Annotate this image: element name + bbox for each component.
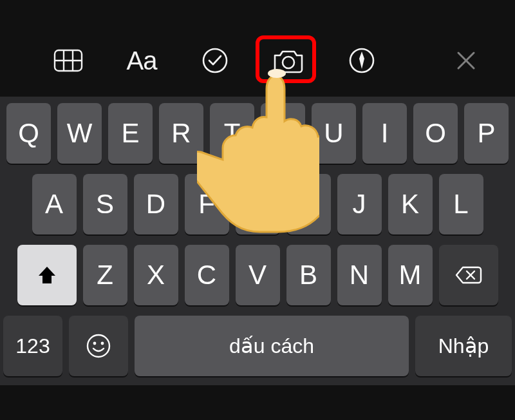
text-format-icon[interactable]: Aa <box>125 44 158 77</box>
svg-point-13 <box>101 342 104 345</box>
backspace-key[interactable] <box>439 245 498 305</box>
key-g[interactable]: G <box>236 174 280 234</box>
return-key[interactable]: Nhập <box>415 316 512 376</box>
key-o[interactable]: O <box>413 103 458 164</box>
key-f[interactable]: F <box>185 174 229 234</box>
formatting-toolbar: Aa <box>0 37 515 84</box>
key-m[interactable]: M <box>388 245 433 305</box>
key-s[interactable]: S <box>83 174 127 234</box>
svg-point-11 <box>88 335 109 357</box>
key-u[interactable]: U <box>312 103 356 164</box>
key-l[interactable]: L <box>439 174 483 234</box>
keyboard-row-1: Q W E R T Y U I O P <box>3 103 512 164</box>
key-y[interactable]: Y <box>261 103 305 164</box>
numeric-key[interactable]: 123 <box>3 316 62 376</box>
key-i[interactable]: I <box>362 103 407 164</box>
emoji-key[interactable] <box>69 316 128 376</box>
key-x[interactable]: X <box>134 245 178 305</box>
key-c[interactable]: C <box>185 245 229 305</box>
key-k[interactable]: K <box>388 174 433 234</box>
key-z[interactable]: Z <box>83 245 127 305</box>
key-e[interactable]: E <box>108 103 153 164</box>
keyboard-row-3: Z X C V B N M <box>3 245 512 305</box>
key-w[interactable]: W <box>57 103 102 164</box>
keyboard-row-2: A S D F G H J K L <box>3 174 512 234</box>
key-p[interactable]: P <box>464 103 509 164</box>
svg-point-12 <box>93 342 97 345</box>
keyboard-row-4: 123 dấu cách Nhập <box>3 316 512 376</box>
check-icon[interactable] <box>198 44 232 77</box>
table-icon[interactable] <box>52 44 85 77</box>
markup-icon[interactable] <box>345 44 379 77</box>
key-q[interactable]: Q <box>6 103 51 164</box>
svg-point-4 <box>203 49 227 72</box>
close-icon[interactable] <box>449 44 483 77</box>
key-r[interactable]: R <box>159 103 203 164</box>
svg-point-5 <box>283 57 294 68</box>
shift-key[interactable] <box>17 245 77 305</box>
camera-icon[interactable] <box>272 44 305 77</box>
key-n[interactable]: N <box>337 245 382 305</box>
space-key[interactable]: dấu cách <box>135 316 409 376</box>
key-a[interactable]: A <box>32 174 77 234</box>
key-h[interactable]: H <box>286 174 331 234</box>
key-v[interactable]: V <box>236 245 280 305</box>
key-b[interactable]: B <box>286 245 331 305</box>
onscreen-keyboard: Q W E R T Y U I O P A S D F G H J K L Z … <box>0 97 515 385</box>
key-j[interactable]: J <box>337 174 382 234</box>
key-t[interactable]: T <box>210 103 254 164</box>
key-d[interactable]: D <box>134 174 178 234</box>
